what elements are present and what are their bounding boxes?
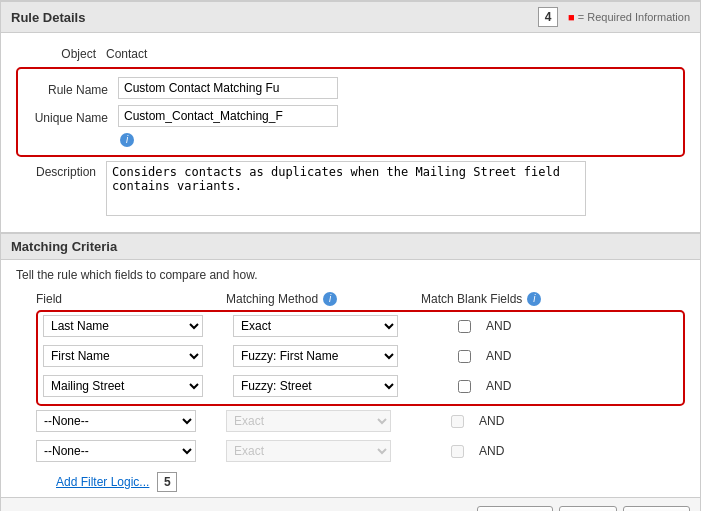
unique-name-info-icon[interactable]: i: [120, 133, 134, 147]
criteria-method-2: Fuzzy: First Name: [218, 345, 398, 367]
blank-checkbox-2[interactable]: [458, 350, 471, 363]
method-select-4: Exact: [226, 410, 391, 432]
criteria-blank-4: AND: [421, 414, 561, 428]
rule-name-row: Rule Name: [28, 77, 673, 99]
blank-info-icon[interactable]: i: [527, 292, 541, 306]
required-info: ■ = Required Information: [568, 11, 690, 23]
object-label: Object: [16, 43, 106, 61]
criteria-outlined-group: Last Name Exact AND: [36, 310, 685, 466]
and-label-5: AND: [479, 444, 504, 458]
object-row: Object Contact: [16, 43, 685, 61]
criteria-row-3: Mailing Street Fuzzy: Street AND: [43, 375, 678, 397]
and-label-1: AND: [486, 319, 511, 333]
save-button[interactable]: Save: [559, 506, 616, 511]
blank-checkbox-1[interactable]: [458, 320, 471, 333]
criteria-method-5: Exact: [211, 440, 391, 462]
field-select-5[interactable]: --None--: [36, 440, 196, 462]
method-select-1[interactable]: Exact: [233, 315, 398, 337]
required-info-text: = Required Information: [578, 11, 690, 23]
previous-button[interactable]: Previous: [477, 506, 554, 511]
field-select-1[interactable]: Last Name: [43, 315, 203, 337]
criteria-method-1: Exact: [218, 315, 398, 337]
rule-details-header: Rule Details 4 ■ = Required Information: [1, 1, 700, 33]
method-select-3[interactable]: Fuzzy: Street: [233, 375, 398, 397]
required-dot: ■: [568, 11, 575, 23]
description-row: Description Considers contacts as duplic…: [16, 161, 685, 216]
matching-criteria-section: Tell the rule which fields to compare an…: [1, 260, 700, 497]
criteria-table: Field Matching Method i Match Blank Fiel…: [36, 292, 685, 492]
method-select-5: Exact: [226, 440, 391, 462]
criteria-field-5: --None--: [36, 440, 211, 462]
criteria-header-row: Field Matching Method i Match Blank Fiel…: [36, 292, 685, 306]
criteria-blank-3: AND: [428, 379, 568, 393]
main-container: Rule Details 4 ■ = Required Information …: [0, 0, 701, 511]
blank-checkbox-4[interactable]: [451, 415, 464, 428]
criteria-row-1: Last Name Exact AND: [43, 315, 678, 337]
col-blank-header: Match Blank Fields i: [421, 292, 561, 306]
criteria-field-4: --None--: [36, 410, 211, 432]
unique-name-input[interactable]: [118, 105, 338, 127]
blank-checkbox-3[interactable]: [458, 380, 471, 393]
criteria-blank-5: AND: [421, 444, 561, 458]
matching-criteria-header: Matching Criteria: [1, 233, 700, 260]
criteria-field-1: Last Name: [43, 315, 218, 337]
unique-name-label: Unique Name: [28, 107, 118, 125]
unique-name-row: Unique Name: [28, 105, 673, 127]
and-label-4: AND: [479, 414, 504, 428]
criteria-blank-1: AND: [428, 319, 568, 333]
add-filter-link[interactable]: Add Filter Logic...: [56, 475, 149, 489]
object-value: Contact: [106, 43, 147, 61]
criteria-method-3: Fuzzy: Street: [218, 375, 398, 397]
field-select-3[interactable]: Mailing Street: [43, 375, 203, 397]
rule-details-title: Rule Details: [11, 10, 85, 25]
criteria-blank-2: AND: [428, 349, 568, 363]
step5-badge: 5: [157, 472, 177, 492]
blank-checkbox-5[interactable]: [451, 445, 464, 458]
and-label-3: AND: [486, 379, 511, 393]
rule-name-unique-box: Rule Name Unique Name i: [16, 67, 685, 157]
rule-details-section: Object Contact Rule Name Unique Name i: [1, 33, 700, 233]
criteria-row-2: First Name Fuzzy: First Name AND: [43, 345, 678, 367]
criteria-row-5: --None-- Exact AND: [36, 440, 685, 462]
field-select-2[interactable]: First Name: [43, 345, 203, 367]
rule-name-input[interactable]: [118, 77, 338, 99]
step4-badge: 4: [538, 7, 558, 27]
description-textarea[interactable]: Considers contacts as duplicates when th…: [106, 161, 586, 216]
criteria-field-2: First Name: [43, 345, 218, 367]
col-method-header: Matching Method i: [226, 292, 406, 306]
method-select-2[interactable]: Fuzzy: First Name: [233, 345, 398, 367]
method-info-icon[interactable]: i: [323, 292, 337, 306]
criteria-row-4: --None-- Exact AND: [36, 410, 685, 432]
rule-name-label: Rule Name: [28, 79, 118, 97]
cancel-button[interactable]: Cancel: [623, 506, 690, 511]
criteria-red-outline-box: Last Name Exact AND: [36, 310, 685, 406]
description-label: Description: [16, 161, 106, 179]
field-select-4[interactable]: --None--: [36, 410, 196, 432]
criteria-field-3: Mailing Street: [43, 375, 218, 397]
and-label-2: AND: [486, 349, 511, 363]
criteria-desc: Tell the rule which fields to compare an…: [16, 268, 685, 282]
unique-name-info-row: i: [118, 133, 673, 147]
matching-criteria-title: Matching Criteria: [11, 239, 117, 254]
col-field-header: Field: [36, 292, 211, 306]
add-filter-row: Add Filter Logic... 5: [56, 472, 685, 492]
footer-bar: Previous Save Cancel: [1, 497, 700, 511]
criteria-method-4: Exact: [211, 410, 391, 432]
